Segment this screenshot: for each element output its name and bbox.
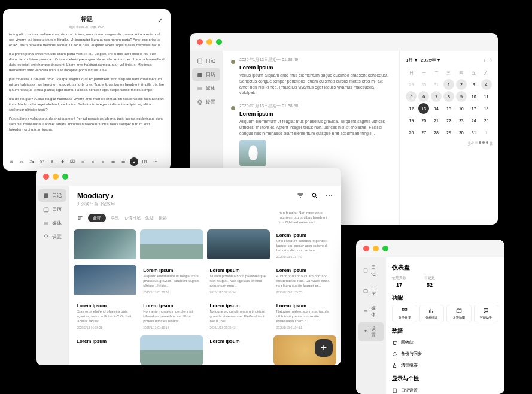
maximize-icon[interactable] bbox=[62, 174, 68, 180]
calendar-day[interactable]: 31 bbox=[431, 79, 442, 90]
minimize-icon[interactable] bbox=[373, 246, 379, 251]
calendar-day[interactable]: 29 bbox=[406, 79, 417, 90]
diary-card[interactable]: Lorem ipsumAliquam elementum ut feugiat … bbox=[140, 265, 203, 296]
calendar-day[interactable]: 16 bbox=[456, 103, 467, 114]
calendar-day[interactable]: 6 bbox=[418, 91, 429, 102]
calendar-day[interactable]: 24 bbox=[469, 115, 479, 126]
sidebar-item-media[interactable]: 媒体 bbox=[192, 82, 220, 95]
diary-card[interactable]: Lorem ipsumVarius ipsum aliquam ante mus… bbox=[74, 229, 136, 261]
h1-icon[interactable]: H1 bbox=[141, 158, 148, 165]
confirm-icon[interactable]: ✓ bbox=[157, 16, 163, 25]
add-button[interactable]: + bbox=[315, 339, 333, 357]
calendar-day[interactable]: 28 bbox=[431, 127, 442, 138]
calendar-day[interactable]: 18 bbox=[481, 103, 492, 114]
diary-card[interactable]: Lorem ipsum bbox=[74, 265, 136, 296]
calendar-day[interactable]: 4 bbox=[481, 79, 492, 90]
sidebar-item-calendar[interactable]: 日历 bbox=[358, 281, 384, 301]
more-icon[interactable]: ⋯ bbox=[151, 158, 159, 165]
search-icon[interactable] bbox=[311, 192, 318, 199]
minimize-icon[interactable] bbox=[53, 174, 59, 180]
tab-mood[interactable]: 心情日记 bbox=[124, 215, 141, 221]
diary-entry[interactable]: 2025年1月13日星期一 01:38:49 Lorem ipsum Variu… bbox=[231, 57, 391, 96]
diary-card[interactable]: Lorem ipsumNullam potenti blandit pellen… bbox=[207, 265, 270, 296]
maximize-icon[interactable] bbox=[382, 246, 388, 251]
sidebar-item-calendar[interactable]: 日历 bbox=[192, 68, 220, 81]
align-right-icon[interactable]: ≡ bbox=[99, 158, 107, 165]
sidebar-item-diary[interactable]: 日记 bbox=[358, 261, 384, 280]
close-icon[interactable] bbox=[197, 39, 203, 45]
func-stats[interactable]: 分析统计 bbox=[419, 305, 445, 322]
sidebar-item-settings[interactable]: 设置 bbox=[38, 231, 66, 243]
sidebar-item-media[interactable]: 媒体 bbox=[358, 302, 384, 321]
calendar-day[interactable]: 15 bbox=[443, 103, 454, 114]
tab-misc[interactable]: 杂乱 bbox=[111, 215, 119, 221]
calendar-day[interactable]: 22 bbox=[443, 115, 454, 126]
sidebar-item-settings[interactable]: 设置 bbox=[192, 96, 220, 108]
diary-card[interactable]: Lorem ipsum bbox=[207, 229, 270, 261]
minimize-icon[interactable] bbox=[206, 39, 212, 45]
diary-card[interactable]: Lorem ipsumNatoque ac condimentum tincid… bbox=[207, 300, 270, 332]
tab-photo[interactable]: 摄影 bbox=[159, 215, 167, 221]
month-selector[interactable]: 1月 ▾ 2025年 ▾ bbox=[406, 57, 440, 63]
color-icon[interactable]: A bbox=[48, 158, 56, 165]
func-map[interactable]: 足迹地图 bbox=[446, 305, 472, 322]
calendar-day[interactable]: 1 bbox=[443, 79, 454, 90]
calendar-day[interactable]: 5 bbox=[406, 91, 417, 102]
calendar-day[interactable]: 17 bbox=[469, 103, 479, 114]
calendar-day[interactable]: 21 bbox=[431, 115, 442, 126]
code-icon[interactable]: <> bbox=[18, 158, 25, 165]
calendar-day[interactable]: 19 bbox=[406, 115, 417, 126]
close-icon[interactable] bbox=[43, 174, 49, 180]
calendar-day[interactable]: 10 bbox=[469, 91, 479, 102]
more-icon[interactable]: ⋯ bbox=[326, 192, 333, 200]
data-backup[interactable]: 备份与同步 bbox=[392, 349, 498, 359]
calendar-day[interactable]: 30 bbox=[456, 127, 467, 138]
diary-card[interactable]: Lorem ipsum bbox=[74, 335, 136, 365]
diary-card[interactable]: Lorem ipsumCras eros eleifend pharetra q… bbox=[74, 300, 136, 332]
olist-icon[interactable]: ☰ bbox=[120, 158, 127, 165]
calendar-day[interactable]: 27 bbox=[418, 127, 429, 138]
func-category[interactable]: 分类管理 bbox=[392, 305, 417, 322]
display-diary-settings[interactable]: 日记设置 bbox=[392, 386, 498, 394]
sort-icon[interactable] bbox=[297, 192, 304, 199]
data-trash[interactable]: 回收站 bbox=[392, 338, 498, 347]
calendar-day[interactable]: 13 bbox=[418, 103, 429, 114]
calendar-day[interactable]: 23 bbox=[456, 115, 467, 126]
diary-card[interactable]: Lorem ipsum bbox=[140, 229, 203, 261]
close-icon[interactable] bbox=[363, 246, 369, 251]
calendar-day[interactable]: 12 bbox=[406, 103, 417, 114]
diary-card[interactable]: Lorem ipsumNatoque malesuada risus, iacu… bbox=[273, 300, 336, 332]
calendar-day[interactable]: 9 bbox=[456, 91, 467, 102]
calendar-day[interactable]: 31 bbox=[469, 127, 479, 138]
calendar-day[interactable]: 2 bbox=[456, 79, 467, 90]
sidebar-item-calendar[interactable]: 日历 bbox=[38, 203, 66, 216]
calendar-day[interactable]: 11 bbox=[481, 91, 492, 102]
active-format-icon[interactable]: ● bbox=[130, 157, 138, 166]
format-icon[interactable]: ⊞ bbox=[8, 158, 15, 165]
diary-card[interactable]: Lorem ipsumNon ante montes imperdiet nis… bbox=[140, 300, 203, 332]
diary-card[interactable]: Lorem ipsumAuctor porttitor aliquam port… bbox=[273, 265, 336, 296]
calendar-day[interactable]: 7 bbox=[431, 91, 442, 102]
chevron-right-icon[interactable]: › bbox=[111, 192, 113, 200]
calendar-day[interactable]: 1 bbox=[481, 127, 492, 138]
calendar-day[interactable]: 8 bbox=[443, 91, 454, 102]
calendar-day[interactable]: 14 bbox=[431, 103, 442, 114]
diary-card[interactable]: Lorem ipsum bbox=[207, 335, 270, 365]
calendar-day[interactable]: 3 bbox=[469, 79, 479, 90]
calendar-day[interactable]: 26 bbox=[406, 127, 417, 138]
align-center-icon[interactable]: ≡ bbox=[89, 158, 96, 165]
diary-card[interactable] bbox=[140, 335, 203, 365]
prev-month-icon[interactable]: ‹ bbox=[484, 57, 485, 63]
func-ai[interactable]: 智能助手 bbox=[474, 305, 499, 322]
sup-icon[interactable]: X² bbox=[38, 158, 45, 165]
editor-body[interactable]: iscing elit. Luctus condimentum tristiqu… bbox=[9, 32, 165, 132]
tab-all[interactable]: 全部 bbox=[88, 214, 106, 222]
diary-card[interactable]: Lorem ipsumOrci tincidunt conubia imperd… bbox=[273, 229, 336, 261]
calendar-day[interactable]: 25 bbox=[481, 115, 492, 126]
calendar-day[interactable]: 20 bbox=[418, 115, 429, 126]
fill-icon[interactable]: ◆ bbox=[59, 158, 66, 165]
sidebar-item-settings[interactable]: 设置 bbox=[358, 322, 384, 341]
filter-icon[interactable] bbox=[77, 215, 83, 221]
tab-life[interactable]: 生活 bbox=[145, 215, 154, 221]
calendar-day[interactable]: 30 bbox=[418, 79, 429, 90]
